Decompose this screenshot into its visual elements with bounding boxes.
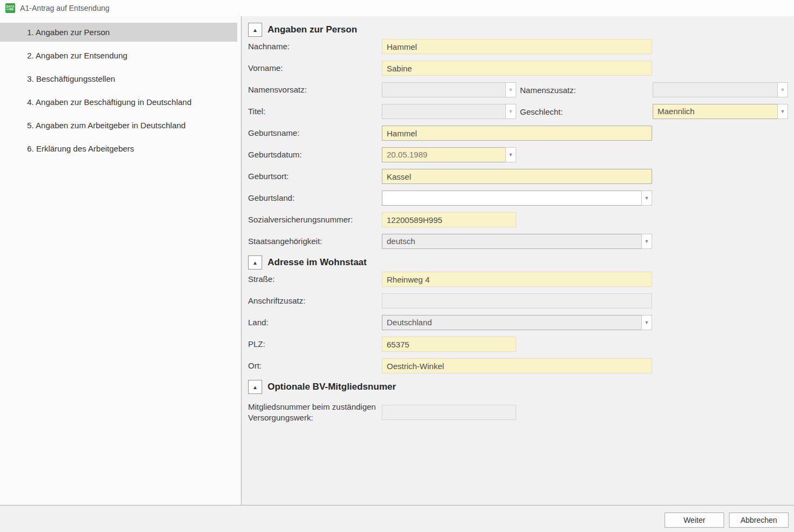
form-row-mitgliedsnummer: Mitgliedsnummer beim zuständigen Versorg…: [248, 402, 789, 423]
titel-label: Titel:: [248, 106, 382, 117]
logo-text-bottom: LINE: [6, 8, 14, 11]
ort-label: Ort:: [248, 360, 382, 371]
collapse-arrow-icon: ▲: [252, 384, 258, 390]
namensvorsatz-select: ▼: [382, 82, 516, 97]
geburtsname-label: Geburtsname:: [248, 128, 382, 139]
geburtsland-label: Geburtsland:: [248, 193, 382, 203]
sidebar-item-beschaeftigungsstellen[interactable]: 3. Beschäftigungsstellen: [0, 69, 237, 88]
weiter-button[interactable]: Weiter: [665, 513, 724, 528]
form-row-sozialversicherungsnummer: Sozialversicherungsnummer:: [248, 212, 789, 227]
plz-label: PLZ:: [248, 339, 382, 350]
strasse-label: Straße:: [248, 274, 382, 285]
form-row-geburtsland: Geburtsland: ▼: [248, 191, 789, 206]
strasse-input[interactable]: [382, 272, 652, 287]
land-label: Land:: [248, 317, 382, 328]
geburtsort-input[interactable]: [382, 169, 652, 184]
land-select[interactable]: Deutschland ▼: [382, 315, 652, 330]
section-header-bv: ▲ Optionale BV-Mitgliedsnumer: [248, 380, 789, 394]
form-row-titel: Titel: ▼ Geschlecht: Maennlich ▼: [248, 104, 789, 119]
plz-input[interactable]: [382, 337, 516, 352]
form-row-anschriftzusatz: Anschriftzusatz:: [248, 293, 789, 308]
namenszusatz-label: Namenszusatz:: [520, 86, 653, 95]
abbrechen-button[interactable]: Abbrechen: [729, 513, 789, 528]
sidebar-item-angaben-zur-person[interactable]: 1. Angaben zur Person: [0, 23, 237, 42]
sidebar-item-arbeitgeber-deutschland[interactable]: 5. Angaben zum Arbeitgeber in Deutschlan…: [0, 116, 237, 135]
namenszusatz-value: [653, 82, 778, 97]
ort-input[interactable]: [382, 358, 652, 373]
form-row-land: Land: Deutschland ▼: [248, 315, 789, 330]
geburtsort-label: Geburtsort:: [248, 171, 382, 182]
geschlecht-value: Maennlich: [653, 104, 778, 119]
form-row-namensvorsatz: Namensvorsatz: ▼ Namenszusatz: ▼: [248, 82, 789, 97]
staatsangehoerigkeit-value: deutsch: [382, 234, 642, 249]
form-row-geburtsdatum: Geburtsdatum: 20.05.1989 ▼: [248, 147, 789, 162]
anschriftzusatz-label: Anschriftzusatz:: [248, 295, 382, 306]
geschlecht-label: Geschlecht:: [520, 107, 653, 116]
land-value: Deutschland: [382, 315, 642, 330]
geburtsland-select[interactable]: ▼: [382, 191, 652, 206]
staatsangehoerigkeit-select[interactable]: deutsch ▼: [382, 234, 652, 249]
section-header-person: ▲ Angaben zur Person: [248, 23, 789, 37]
nachname-label: Nachname:: [248, 41, 382, 52]
collapse-section-person-button[interactable]: ▲: [248, 23, 262, 37]
form-row-nachname: Nachname:: [248, 39, 789, 54]
chevron-down-icon[interactable]: ▼: [641, 191, 652, 206]
sidebar-item-angaben-zur-entsendung[interactable]: 2. Angaben zur Entsendung: [0, 46, 237, 65]
mitgliedsnummer-label: Mitgliedsnummer beim zuständigen Versorg…: [248, 402, 382, 423]
sidebar-item-erklaerung-arbeitgebers[interactable]: 6. Erklärung des Arbeitgebers: [0, 139, 237, 158]
dataline-logo-icon: DATA LINE: [5, 3, 15, 13]
wizard-step-sidebar: 1. Angaben zur Person 2. Angaben zur Ent…: [0, 16, 242, 505]
nachname-input[interactable]: [382, 39, 652, 54]
titel-select: ▼: [382, 104, 516, 119]
vorname-input[interactable]: [382, 61, 652, 76]
geburtsdatum-value: 20.05.1989: [382, 147, 506, 162]
geburtsland-value: [382, 191, 642, 206]
chevron-down-icon[interactable]: ▼: [641, 315, 652, 330]
chevron-down-icon[interactable]: ▼: [505, 147, 516, 162]
form-row-vorname: Vorname:: [248, 61, 789, 76]
form-row-plz: PLZ:: [248, 337, 789, 352]
form-row-geburtsort: Geburtsort:: [248, 169, 789, 184]
sozialversicherungsnummer-label: Sozialversicherungsnummer:: [248, 214, 382, 225]
collapse-section-adresse-button[interactable]: ▲: [248, 255, 262, 270]
collapse-arrow-icon: ▲: [252, 260, 258, 266]
namensvorsatz-value: [382, 82, 506, 97]
form-row-geburtsname: Geburtsname:: [248, 126, 789, 141]
title-bar: DATA LINE A1-Antrag auf Entsendung: [0, 0, 794, 16]
form-panel: ▲ Angaben zur Person Nachname: Vorname: …: [242, 16, 794, 505]
namenszusatz-select: ▼: [653, 82, 788, 97]
form-row-ort: Ort:: [248, 358, 789, 373]
section-header-adresse: ▲ Adresse im Wohnstaat: [248, 255, 789, 270]
titel-value: [382, 104, 506, 119]
namensvorsatz-label: Namensvorsatz:: [248, 84, 382, 95]
geburtsname-input[interactable]: [382, 126, 652, 141]
app-window: DATA LINE A1-Antrag auf Entsendung 1. An…: [0, 0, 794, 532]
section-title-adresse: Adresse im Wohnstaat: [268, 257, 367, 268]
geschlecht-select[interactable]: Maennlich ▼: [653, 104, 788, 119]
chevron-down-icon[interactable]: ▼: [777, 104, 788, 119]
chevron-down-icon[interactable]: ▼: [505, 104, 516, 119]
sozialversicherungsnummer-input[interactable]: [382, 212, 516, 227]
section-title-bv: Optionale BV-Mitgliedsnumer: [268, 382, 396, 392]
window-title: A1-Antrag auf Entsendung: [20, 4, 109, 12]
form-row-strasse: Straße:: [248, 272, 789, 287]
collapse-arrow-icon: ▲: [252, 27, 258, 33]
vorname-label: Vorname:: [248, 63, 382, 74]
geburtsdatum-datepicker[interactable]: 20.05.1989 ▼: [382, 147, 516, 162]
footer-bar: Weiter Abbrechen: [0, 505, 794, 532]
chevron-down-icon[interactable]: ▼: [505, 82, 516, 97]
sidebar-item-beschaeftigung-deutschland[interactable]: 4. Angaben zur Beschäftigung in Deutschl…: [0, 93, 237, 111]
form-row-staatsangehoerigkeit: Staatsangehörigkeit: deutsch ▼: [248, 234, 789, 249]
staatsangehoerigkeit-label: Staatsangehörigkeit:: [248, 236, 382, 247]
chevron-down-icon[interactable]: ▼: [641, 234, 652, 249]
section-title-person: Angaben zur Person: [268, 24, 357, 35]
geburtsdatum-label: Geburtsdatum:: [248, 149, 382, 160]
collapse-section-bv-button[interactable]: ▲: [248, 380, 262, 394]
anschriftzusatz-input: [382, 293, 652, 308]
chevron-down-icon[interactable]: ▼: [777, 82, 788, 97]
mitgliedsnummer-input: [382, 405, 516, 420]
